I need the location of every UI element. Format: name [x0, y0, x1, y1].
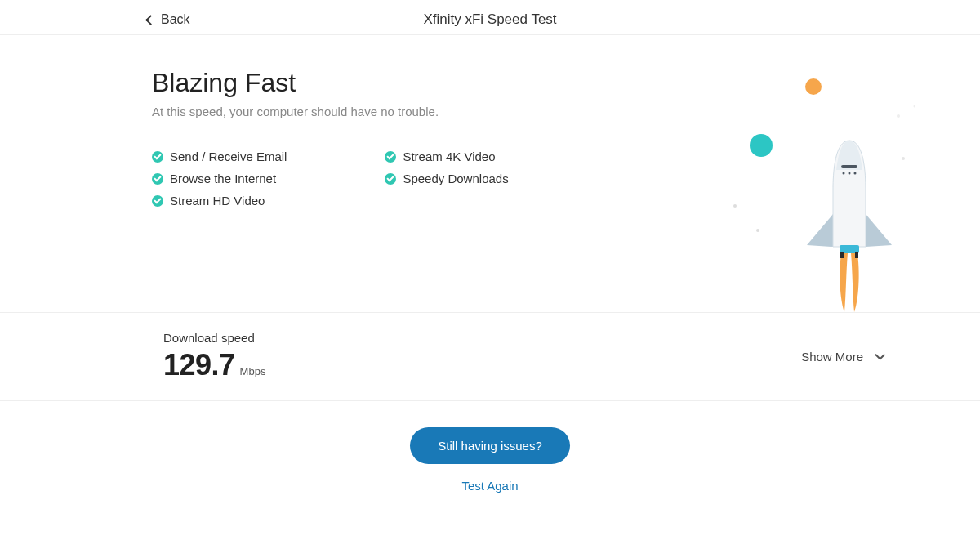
check-icon	[152, 195, 163, 207]
show-more-button[interactable]: Show More	[801, 350, 882, 364]
check-icon	[152, 151, 163, 163]
capability-item: Browse the Internet	[152, 172, 287, 185]
test-again-link[interactable]: Test Again	[461, 479, 518, 493]
capability-label: Stream HD Video	[170, 194, 265, 208]
show-more-label: Show More	[801, 350, 863, 364]
check-icon	[385, 173, 396, 185]
capability-item: Stream HD Video	[152, 194, 287, 208]
download-speed-row: Download speed 129.7 Mbps Show More	[0, 313, 980, 401]
download-speed-label: Download speed	[163, 331, 265, 345]
capability-item: Speedy Downloads	[385, 172, 508, 185]
check-icon	[152, 173, 163, 185]
capability-label: Send / Receive Email	[170, 150, 287, 163]
capability-item: Send / Receive Email	[152, 150, 287, 163]
check-icon	[385, 151, 396, 163]
download-speed-unit: Mbps	[240, 365, 266, 377]
app-header: Back Xfinity xFi Speed Test	[0, 0, 980, 35]
still-having-issues-button[interactable]: Still having issues?	[410, 427, 570, 464]
capability-item: Stream 4K Video	[385, 150, 508, 163]
capability-label: Stream 4K Video	[403, 150, 495, 163]
page-title: Xfinity xFi Speed Test	[423, 11, 556, 28]
result-headline: Blazing Fast	[152, 68, 941, 98]
download-speed-value: 129.7	[163, 348, 235, 382]
chevron-left-icon	[145, 15, 156, 25]
back-button-label: Back	[161, 12, 190, 27]
capability-label: Browse the Internet	[170, 172, 276, 185]
hero-section: Blazing Fast At this speed, your compute…	[0, 35, 980, 313]
back-button[interactable]: Back	[147, 12, 190, 27]
capabilities-list: Send / Receive Email Browse the Internet…	[152, 150, 941, 208]
result-subtitle: At this speed, your computer should have…	[152, 105, 941, 118]
actions-section: Still having issues? Test Again	[0, 401, 980, 512]
chevron-down-icon	[875, 350, 885, 360]
capability-label: Speedy Downloads	[403, 172, 508, 185]
